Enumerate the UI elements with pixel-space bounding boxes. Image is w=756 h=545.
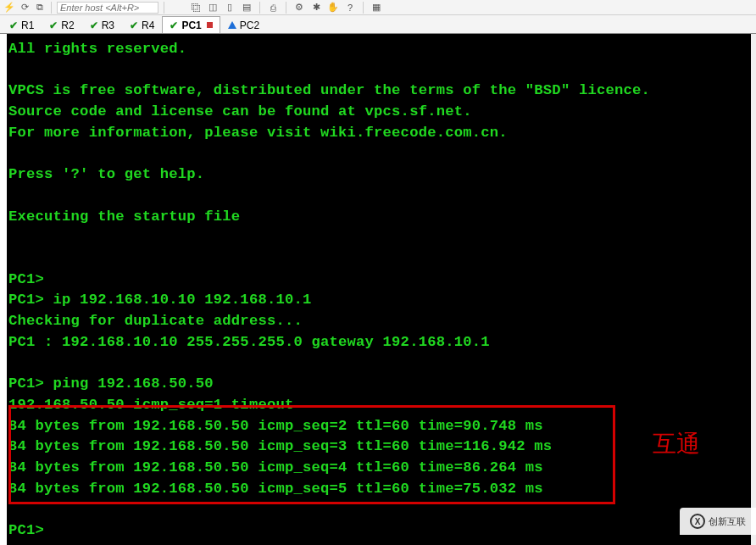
tab-label: R4 — [142, 19, 154, 31]
main-toolbar: ⚡ ⟳ ⧉ ⿻ ◫ ▯ ▤ ⎙ ⚙ ✱ ✋ ? ▦ — [0, 0, 756, 15]
session-tab-pc1[interactable]: ✔PC1 — [162, 16, 220, 33]
copytab-icon[interactable]: ⿻ — [190, 2, 202, 14]
book-icon[interactable]: ▤ — [241, 2, 253, 14]
tab-label: PC1 — [181, 19, 201, 31]
bug-icon[interactable]: ✱ — [310, 2, 322, 14]
cascade-icon[interactable]: ⧉ — [34, 2, 46, 14]
warning-icon — [228, 21, 236, 29]
host-input[interactable] — [57, 2, 158, 14]
hand-icon[interactable]: ✋ — [327, 2, 339, 14]
separator — [259, 2, 260, 14]
color-icon[interactable]: ▦ — [370, 2, 382, 14]
session-tab-r3[interactable]: ✔R3 — [82, 16, 122, 33]
separator — [363, 2, 364, 14]
session-tab-pc2[interactable]: PC2 — [220, 16, 267, 33]
check-icon: ✔ — [90, 19, 98, 31]
session-tab-r4[interactable]: ✔R4 — [122, 16, 162, 33]
folder-icon[interactable]: ◫ — [207, 2, 219, 14]
terminal-output[interactable]: All rights reserved. VPCS is free softwa… — [7, 34, 751, 545]
reconnect-icon[interactable]: ⟳ — [19, 2, 31, 14]
session-tab-r1[interactable]: ✔R1 — [2, 16, 42, 33]
watermark: X 创新互联 — [680, 508, 756, 535]
toolbar-right-group: ⿻ ◫ ▯ ▤ ⎙ ⚙ ✱ ✋ ? ▦ — [190, 2, 382, 14]
separator — [286, 2, 286, 14]
bookmark-icon[interactable]: ▯ — [224, 2, 236, 14]
check-icon: ✔ — [130, 19, 138, 31]
check-icon: ✔ — [49, 19, 58, 31]
tab-label: R2 — [61, 19, 74, 31]
tab-label: PC2 — [240, 19, 259, 31]
info-icon[interactable]: ? — [344, 2, 356, 14]
tab-label: R1 — [21, 19, 34, 31]
print-icon[interactable]: ⎙ — [267, 2, 279, 14]
session-tab-r2[interactable]: ✔R2 — [42, 16, 81, 33]
annotation-label: 互通 — [653, 428, 700, 460]
watermark-logo-icon: X — [690, 514, 705, 529]
separator — [51, 2, 52, 14]
left-gutter — [0, 34, 7, 545]
watermark-text: 创新互联 — [709, 515, 746, 528]
check-icon: ✔ — [9, 19, 18, 31]
lightning-icon[interactable]: ⚡ — [3, 2, 15, 14]
session-tabs-bar: ✔R1✔R2✔R3✔R4✔PC1PC2 — [0, 15, 756, 34]
check-icon: ✔ — [170, 19, 178, 31]
close-icon[interactable] — [207, 22, 213, 28]
gear-icon[interactable]: ⚙ — [293, 2, 305, 14]
tab-label: R3 — [102, 19, 114, 31]
separator — [164, 2, 164, 14]
